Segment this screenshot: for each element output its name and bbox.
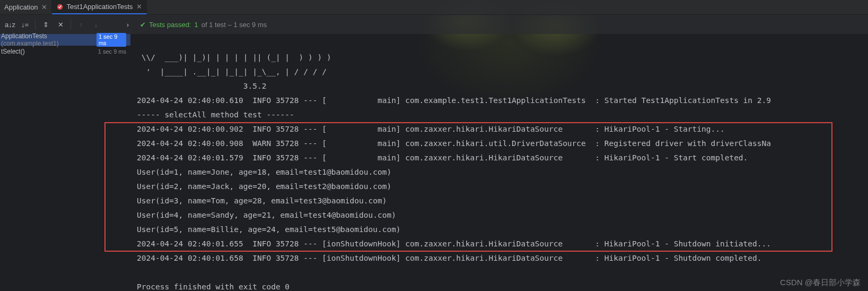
tab-label: Test1ApplicationTests bbox=[67, 3, 133, 11]
console-line: User(id=1, name=Jone, age=18, email=test… bbox=[137, 168, 391, 176]
down-icon: ↓ bbox=[94, 21, 98, 29]
separator bbox=[35, 19, 36, 30]
close-icon[interactable]: ✕ bbox=[136, 3, 142, 11]
prev-test-button[interactable]: ↑ bbox=[74, 18, 88, 31]
forward-button[interactable]: › bbox=[121, 18, 135, 31]
tree-node-label: tSelect() bbox=[1, 48, 25, 55]
expand-icon: ⇕ bbox=[43, 21, 49, 29]
console-line: 2024-04-24 02:40:01.579 INFO 35728 --- [… bbox=[137, 153, 748, 162]
console-line: \\/ ___)| |_)| | | | | || (_| | ) ) ) ) bbox=[137, 53, 331, 62]
next-test-button[interactable]: ↓ bbox=[89, 18, 103, 31]
expand-collapse-button[interactable]: ⇕ bbox=[39, 18, 52, 31]
tree-node-time: 1 sec 9 ms bbox=[98, 48, 126, 55]
test-icon bbox=[56, 3, 64, 11]
editor-tabs: Application ✕ Test1ApplicationTests ✕ bbox=[0, 0, 868, 15]
status-count: 1 bbox=[195, 21, 198, 29]
main-area: ApplicationTests (com.example.test1) 1 s… bbox=[0, 34, 868, 291]
tab-test1applicationtests[interactable]: Test1ApplicationTests ✕ bbox=[52, 0, 147, 14]
watermark: CSDN @春日部小学森 bbox=[780, 278, 861, 288]
close-icon[interactable]: ✕ bbox=[41, 3, 47, 11]
check-icon: ✔ bbox=[140, 21, 146, 29]
console-line: User(id=4, name=Sandy, age=21, email=tes… bbox=[137, 211, 396, 219]
console-line: Process finished with exit code 0 bbox=[137, 283, 290, 291]
close-button[interactable]: ✕ bbox=[54, 18, 67, 31]
tab-label: Application bbox=[4, 3, 38, 11]
console-line: 2024-04-24 02:40:01.658 INFO 35728 --- [… bbox=[137, 254, 762, 262]
chevron-right-icon: › bbox=[127, 21, 129, 29]
sort-icon: a↓z bbox=[5, 21, 15, 29]
tree-node-label: ApplicationTests (com.example.test1) bbox=[1, 32, 97, 47]
console-line: ' |____| .__|_| |_|_| |_\__, | / / / / bbox=[137, 67, 327, 76]
tree-node-method[interactable]: tSelect() 1 sec 9 ms bbox=[0, 46, 130, 57]
test-toolbar: a↓z ↓= ⇕ ✕ ↑ ↓ › ✔ Tests passed: 1 of 1 … bbox=[0, 15, 868, 34]
tab-application[interactable]: Application ✕ bbox=[0, 0, 52, 14]
sort-alpha-button[interactable]: a↓z bbox=[3, 18, 17, 31]
console-output[interactable]: \\/ ___)| |_)| | | | | || (_| | ) ) ) ) … bbox=[130, 34, 868, 291]
up-icon: ↑ bbox=[80, 21, 83, 29]
console-line: 3.5.2 bbox=[137, 82, 266, 90]
console-line: 2024-04-24 02:40:00.902 INFO 35728 --- [… bbox=[137, 125, 725, 133]
console-line: 2024-04-24 02:40:01.655 INFO 35728 --- [… bbox=[137, 239, 771, 248]
console-line: User(id=2, name=Jack, age=20, email=test… bbox=[137, 182, 391, 191]
console-line: 2024-04-24 02:40:00.908 WARN 35728 --- [… bbox=[137, 139, 771, 148]
status-total: of 1 test – 1 sec 9 ms bbox=[201, 21, 267, 29]
separator bbox=[71, 19, 71, 30]
console-line: 2024-04-24 02:40:00.610 INFO 35728 --- [… bbox=[137, 96, 771, 105]
test-tree: ApplicationTests (com.example.test1) 1 s… bbox=[0, 34, 130, 291]
tree-node-time: 1 sec 9 ms bbox=[97, 33, 126, 47]
test-status: ✔ Tests passed: 1 of 1 test – 1 sec 9 ms bbox=[140, 21, 267, 29]
tree-node-class[interactable]: ApplicationTests (com.example.test1) 1 s… bbox=[0, 34, 130, 46]
sort-duration-button[interactable]: ↓= bbox=[18, 18, 32, 31]
console-line: User(id=3, name=Tom, age=28, email=test3… bbox=[137, 196, 387, 205]
console-line: ----- selectAll method test ------ bbox=[137, 110, 294, 119]
console-line: User(id=5, name=Billie, age=24, email=te… bbox=[137, 225, 401, 234]
close-icon: ✕ bbox=[58, 21, 64, 29]
status-prefix: Tests passed: bbox=[149, 21, 191, 29]
sort-icon: ↓= bbox=[21, 21, 29, 29]
